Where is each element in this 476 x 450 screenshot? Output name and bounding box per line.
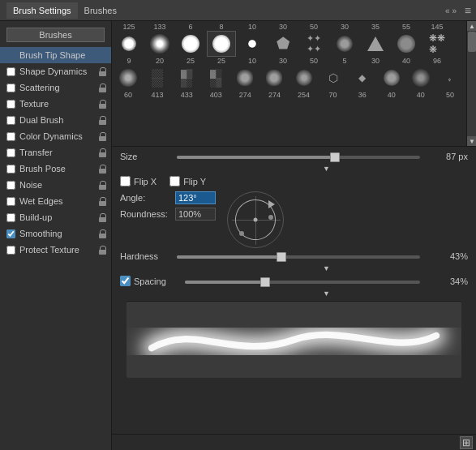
sidebar-item-shape-dynamics[interactable]: Shape Dynamics xyxy=(0,63,111,79)
panel-menu-icon[interactable]: ≡ xyxy=(465,4,471,17)
brush-size-label: 25 xyxy=(176,57,205,65)
tab-brushes[interactable]: Brushes xyxy=(78,2,123,19)
brush-size-label: 40 xyxy=(378,91,405,99)
size-slider-thumb[interactable] xyxy=(330,152,340,162)
brush-tip-cell[interactable]: ⬡ xyxy=(319,65,347,91)
brush-tip-cell[interactable] xyxy=(407,65,435,91)
brush-tip-shape xyxy=(296,70,312,86)
sidebar-item-smoothing[interactable]: Smoothing xyxy=(0,225,111,242)
angle-input[interactable] xyxy=(175,191,216,204)
build-up-checkbox[interactable] xyxy=(6,213,15,222)
brush-size-label: 274 xyxy=(260,91,288,99)
scroll-up-button[interactable]: ▲ xyxy=(467,21,476,31)
brush-tip-cell[interactable] xyxy=(289,65,317,91)
color-dynamics-checkbox[interactable] xyxy=(6,132,15,141)
scroll-thumb[interactable] xyxy=(468,32,476,52)
brush-tip-cell[interactable] xyxy=(361,31,390,57)
brush-tip-cell[interactable] xyxy=(378,65,405,91)
brush-tip-cell[interactable] xyxy=(238,31,267,57)
brush-tip-shape: ▓░░▒ xyxy=(210,69,221,87)
brush-tip-cell[interactable]: ◆ xyxy=(349,65,376,91)
scroll-down-button[interactable]: ▼ xyxy=(467,136,476,146)
flip-x-label[interactable]: Flip X xyxy=(120,176,157,186)
sidebar-item-wet-edges[interactable]: Wet Edges xyxy=(0,193,111,209)
sidebar-label: Brush Pose xyxy=(19,164,99,174)
brush-tip-cell[interactable] xyxy=(260,65,288,91)
brush-tip-cell[interactable]: ⬟ xyxy=(268,31,298,57)
sidebar-item-color-dynamics[interactable]: Color Dynamics xyxy=(0,128,111,144)
brush-tip-cell[interactable]: ▓░░▒ xyxy=(202,65,229,91)
brush-grid-scrollbar[interactable]: ▲ ▼ xyxy=(466,21,476,146)
brush-tip-cell-selected[interactable] xyxy=(207,31,236,57)
flip-x-checkbox[interactable] xyxy=(120,176,131,186)
brush-tip-shape xyxy=(212,35,230,53)
hardness-slider-track[interactable] xyxy=(177,255,420,259)
brush-tip-cell[interactable] xyxy=(145,31,174,57)
brush-tip-cell[interactable]: ❋❋❋ xyxy=(422,31,452,57)
brush-size-label: 30 xyxy=(361,57,390,65)
sidebar-item-texture[interactable]: Texture xyxy=(0,96,111,112)
brush-pose-checkbox[interactable] xyxy=(6,165,15,174)
sidebar-label: Dual Brush xyxy=(19,115,99,125)
scattering-checkbox[interactable] xyxy=(6,84,15,92)
brush-tip-cell[interactable] xyxy=(392,31,421,57)
brush-tip-cell[interactable] xyxy=(231,65,259,91)
roundness-input[interactable] xyxy=(175,208,216,221)
size-slider[interactable] xyxy=(177,154,420,159)
size-slider-track[interactable] xyxy=(177,156,420,159)
brushes-button[interactable]: Brushes xyxy=(6,28,105,42)
brush-tip-visual[interactable] xyxy=(227,191,284,248)
tip-handle-top[interactable] xyxy=(268,215,273,220)
brush-row-1-labels: 9 20 25 25 10 30 50 5 30 40 96 xyxy=(112,57,476,65)
brush-tip-grid: ▲ ▼ 125 133 6 8 10 30 50 30 35 xyxy=(112,21,476,147)
brush-size-label: 145 xyxy=(422,23,452,31)
sidebar-item-noise[interactable]: Noise xyxy=(0,177,111,193)
protect-texture-checkbox[interactable] xyxy=(6,246,15,255)
sidebar-item-brush-tip-shape[interactable]: Brush Tip Shape xyxy=(0,47,111,63)
brush-tip-cell[interactable]: ▓▒▒░ xyxy=(173,65,200,91)
texture-checkbox[interactable] xyxy=(6,100,15,109)
create-new-button[interactable]: ⊞ xyxy=(460,436,473,449)
brush-tip-cell[interactable]: ⬫ xyxy=(436,65,464,91)
flip-y-checkbox[interactable] xyxy=(169,176,180,186)
sidebar-item-protect-texture[interactable]: Protect Texture xyxy=(0,242,111,258)
wet-edges-checkbox[interactable] xyxy=(6,197,15,206)
sidebar-item-build-up[interactable]: Build-up xyxy=(0,209,111,225)
brush-size-label: 8 xyxy=(207,23,236,31)
spacing-slider-track[interactable] xyxy=(185,281,420,284)
sidebar-label: Shape Dynamics xyxy=(19,66,99,76)
brush-size-label: 6 xyxy=(176,23,205,31)
transfer-checkbox[interactable] xyxy=(6,148,15,157)
sidebar-item-scattering[interactable]: Scattering xyxy=(0,79,111,96)
brush-tip-cell[interactable]: ✦✦✦✦ xyxy=(299,31,328,57)
brush-tip-cell[interactable]: ░░░░ xyxy=(144,65,171,91)
panel-collapse-icon[interactable]: « » xyxy=(445,6,457,15)
brush-size-label: 9 xyxy=(114,57,144,65)
noise-checkbox[interactable] xyxy=(6,181,15,190)
brush-stroke-svg xyxy=(127,302,461,378)
spacing-slider[interactable] xyxy=(185,279,420,284)
sidebar-item-brush-pose[interactable]: Brush Pose xyxy=(0,161,111,177)
brush-tip-cell[interactable] xyxy=(330,31,359,57)
spacing-check-label[interactable]: Spacing xyxy=(120,276,185,286)
brush-tip-shape: ⬟ xyxy=(277,35,289,53)
tab-brush-settings[interactable]: Brush Settings xyxy=(6,2,78,19)
flip-y-label[interactable]: Flip Y xyxy=(169,176,206,186)
spacing-checkbox[interactable] xyxy=(120,276,131,286)
smoothing-checkbox[interactable] xyxy=(6,229,15,238)
tip-handle-bottom[interactable] xyxy=(239,231,244,236)
brush-tip-shape xyxy=(248,40,256,48)
hardness-slider-thumb[interactable] xyxy=(277,252,286,262)
sidebar-item-transfer[interactable]: Transfer xyxy=(0,144,111,161)
spacing-slider-thumb[interactable] xyxy=(260,277,270,287)
dual-brush-checkbox[interactable] xyxy=(6,116,15,125)
shape-dynamics-checkbox[interactable] xyxy=(6,67,15,76)
brush-size-label: 30 xyxy=(330,23,359,31)
hardness-slider[interactable] xyxy=(177,254,420,259)
brush-tip-cell[interactable] xyxy=(114,31,144,57)
brush-tip-cell[interactable] xyxy=(114,65,142,91)
brush-tip-cell[interactable] xyxy=(176,31,205,57)
hardness-arrow: ▼ xyxy=(185,264,468,272)
brush-size-label: 40 xyxy=(407,91,435,99)
sidebar-item-dual-brush[interactable]: Dual Brush xyxy=(0,112,111,128)
